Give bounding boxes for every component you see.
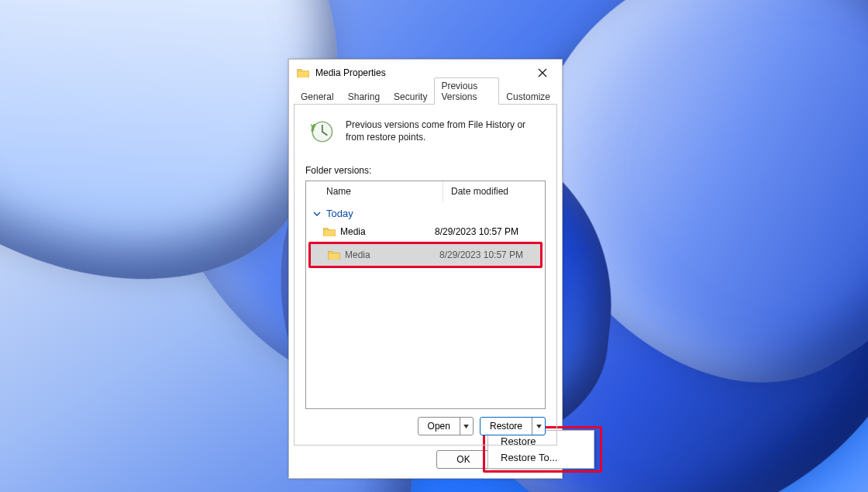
- tab-sharing[interactable]: Sharing: [341, 88, 387, 105]
- menu-restore-to[interactable]: Restore To...: [490, 449, 592, 466]
- restore-dropdown[interactable]: [532, 418, 545, 435]
- versions-list: Name Date modified Today Media 8/29/2023…: [305, 181, 546, 409]
- tab-general[interactable]: General: [294, 88, 341, 105]
- version-name: Media: [345, 249, 432, 260]
- version-row[interactable]: Media 8/29/2023 10:57 PM: [306, 222, 545, 241]
- group-label: Today: [326, 208, 353, 219]
- folder-icon: [323, 226, 336, 237]
- group-today[interactable]: Today: [306, 201, 545, 222]
- folder-icon: [328, 249, 340, 260]
- restore-splitbutton[interactable]: Restore: [480, 417, 546, 435]
- version-date: 8/29/2023 10:57 PM: [427, 226, 518, 237]
- window-title: Media Properties: [315, 67, 529, 78]
- version-row-selected[interactable]: Media 8/29/2023 10:57 PM: [308, 242, 542, 268]
- ok-button[interactable]: OK: [436, 450, 491, 469]
- open-splitbutton[interactable]: Open: [418, 417, 474, 435]
- close-button[interactable]: [529, 62, 556, 84]
- version-name: Media: [340, 226, 427, 237]
- column-header-date[interactable]: Date modified: [443, 181, 508, 201]
- restore-button[interactable]: Restore: [480, 418, 532, 435]
- column-header-name[interactable]: Name: [306, 181, 443, 201]
- tab-security[interactable]: Security: [387, 88, 434, 105]
- folder-versions-label: Folder versions:: [305, 165, 546, 176]
- history-icon: [308, 119, 335, 145]
- chevron-down-icon: [312, 209, 322, 218]
- tab-previous-versions[interactable]: Previous Versions: [434, 77, 499, 105]
- open-dropdown[interactable]: [460, 418, 473, 435]
- titlebar: Media Properties: [289, 60, 562, 86]
- explain-text: Previous versions come from File History…: [346, 119, 542, 145]
- version-date: 8/29/2023 10:57 PM: [432, 249, 523, 260]
- open-button[interactable]: Open: [418, 418, 460, 435]
- tab-customize[interactable]: Customize: [499, 88, 557, 105]
- properties-dialog: Media Properties General Sharing Securit…: [288, 59, 563, 479]
- tabstrip: General Sharing Security Previous Versio…: [289, 86, 562, 104]
- tab-content: Previous versions come from File History…: [294, 104, 557, 446]
- folder-icon: [297, 67, 309, 78]
